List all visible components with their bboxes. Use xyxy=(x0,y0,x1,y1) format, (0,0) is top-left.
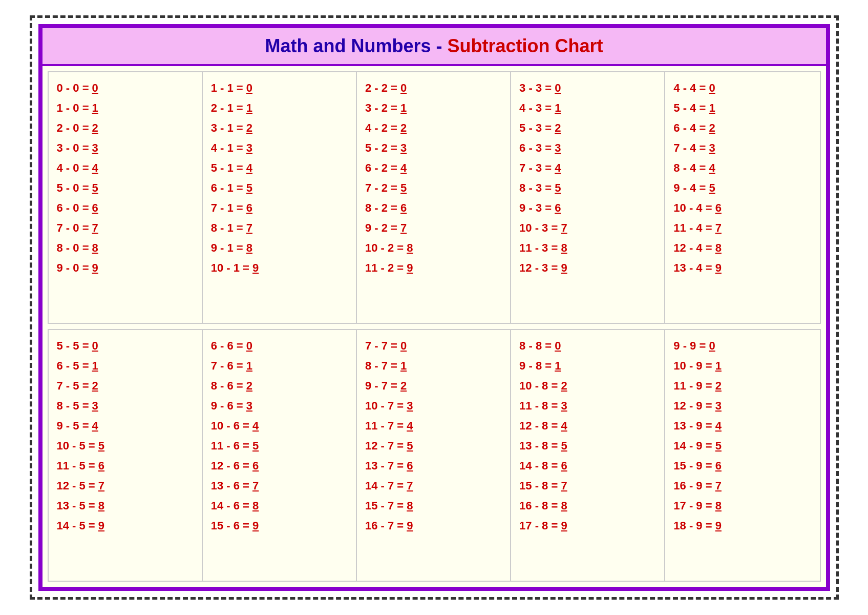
equation-0-3-3: 6 - 3 = 3 xyxy=(519,139,656,156)
answer-0-2-9: 9 xyxy=(407,261,413,274)
equation-1-3-4: 12 - 8 = 4 xyxy=(519,417,656,434)
equation-0-1-5: 6 - 1 = 5 xyxy=(211,179,348,196)
answer-0-0-5: 5 xyxy=(92,181,98,194)
equation-0-2-4: 6 - 2 = 4 xyxy=(365,159,502,176)
answer-0-4-0: 0 xyxy=(709,81,715,94)
answer-0-2-2: 2 xyxy=(400,121,407,134)
answer-0-4-7: 7 xyxy=(715,221,722,234)
answer-0-4-4: 4 xyxy=(709,161,715,174)
equation-0-2-7: 9 - 2 = 7 xyxy=(365,219,502,236)
cell-1-0: 5 - 5 = 06 - 5 = 17 - 5 = 28 - 5 = 39 - … xyxy=(49,330,203,581)
equation-0-3-2: 5 - 3 = 2 xyxy=(519,119,656,136)
answer-1-0-4: 4 xyxy=(92,419,98,432)
equation-0-0-4: 4 - 0 = 4 xyxy=(57,159,194,176)
equation-0-0-2: 2 - 0 = 2 xyxy=(57,119,194,136)
equation-0-4-3: 7 - 4 = 3 xyxy=(673,139,811,156)
equation-1-0-4: 9 - 5 = 4 xyxy=(57,417,194,434)
equation-1-1-7: 13 - 6 = 7 xyxy=(211,477,348,494)
equation-1-0-9: 14 - 5 = 9 xyxy=(57,517,194,534)
answer-1-3-7: 7 xyxy=(561,479,567,492)
equation-1-4-2: 11 - 9 = 2 xyxy=(673,377,811,394)
answer-1-4-0: 0 xyxy=(709,339,715,352)
answer-0-1-4: 4 xyxy=(246,161,252,174)
answer-0-0-9: 9 xyxy=(92,261,98,274)
answer-0-2-1: 1 xyxy=(400,101,407,114)
answer-1-0-5: 5 xyxy=(98,439,104,452)
equation-1-4-7: 16 - 9 = 7 xyxy=(673,477,811,494)
answer-0-3-0: 0 xyxy=(555,81,561,94)
equation-1-2-6: 13 - 7 = 6 xyxy=(365,457,502,474)
header-prefix: Math and Numbers - xyxy=(265,35,447,56)
answer-0-2-3: 3 xyxy=(400,141,407,154)
equation-0-0-3: 3 - 0 = 3 xyxy=(57,139,194,156)
answer-1-2-7: 7 xyxy=(407,479,413,492)
answer-1-1-8: 8 xyxy=(252,499,259,512)
equation-1-1-8: 14 - 6 = 8 xyxy=(211,497,348,514)
equation-1-4-8: 17 - 9 = 8 xyxy=(673,497,811,514)
equation-0-4-6: 10 - 4 = 6 xyxy=(673,199,811,216)
answer-1-4-6: 6 xyxy=(715,459,722,472)
answer-0-2-7: 7 xyxy=(400,221,407,234)
equation-0-3-1: 4 - 3 = 1 xyxy=(519,99,656,116)
cell-1-4: 9 - 9 = 010 - 9 = 111 - 9 = 212 - 9 = 31… xyxy=(665,330,819,581)
equation-0-0-8: 8 - 0 = 8 xyxy=(57,239,194,256)
answer-1-1-6: 6 xyxy=(252,459,259,472)
cell-0-3: 3 - 3 = 04 - 3 = 15 - 3 = 26 - 3 = 37 - … xyxy=(511,72,665,323)
equation-1-0-0: 5 - 5 = 0 xyxy=(57,337,194,354)
answer-1-2-6: 6 xyxy=(407,459,413,472)
answer-1-4-9: 9 xyxy=(715,519,722,532)
equation-0-4-2: 6 - 4 = 2 xyxy=(673,119,811,136)
equation-0-2-1: 3 - 2 = 1 xyxy=(365,99,502,116)
answer-1-4-1: 1 xyxy=(715,359,722,372)
answer-1-1-1: 1 xyxy=(246,359,252,372)
answer-1-3-8: 8 xyxy=(561,499,567,512)
answer-1-1-5: 5 xyxy=(252,439,259,452)
answer-1-0-8: 8 xyxy=(98,499,104,512)
answer-1-2-4: 4 xyxy=(407,419,413,432)
answer-0-4-3: 3 xyxy=(709,141,715,154)
equation-1-4-3: 12 - 9 = 3 xyxy=(673,397,811,414)
answer-0-3-8: 8 xyxy=(561,241,567,254)
equation-1-1-4: 10 - 6 = 4 xyxy=(211,417,348,434)
answer-0-4-1: 1 xyxy=(709,101,715,114)
equation-1-3-8: 16 - 8 = 8 xyxy=(519,497,656,514)
equation-1-3-5: 13 - 8 = 5 xyxy=(519,437,656,454)
answer-1-3-1: 1 xyxy=(555,359,561,372)
equation-1-1-6: 12 - 6 = 6 xyxy=(211,457,348,474)
answer-1-3-2: 2 xyxy=(561,379,567,392)
answer-1-4-7: 7 xyxy=(715,479,722,492)
answer-0-0-4: 4 xyxy=(92,161,98,174)
equation-0-4-8: 12 - 4 = 8 xyxy=(673,239,811,256)
answer-1-1-7: 7 xyxy=(252,479,259,492)
answer-0-0-7: 7 xyxy=(92,221,98,234)
equation-1-3-9: 17 - 8 = 9 xyxy=(519,517,656,534)
answer-0-4-5: 5 xyxy=(709,181,715,194)
cell-0-1: 1 - 1 = 02 - 1 = 13 - 1 = 24 - 1 = 35 - … xyxy=(203,72,357,323)
answer-1-0-6: 6 xyxy=(98,459,104,472)
answer-0-1-1: 1 xyxy=(246,101,252,114)
equation-0-2-3: 5 - 2 = 3 xyxy=(365,139,502,156)
answer-0-3-1: 1 xyxy=(555,101,561,114)
answer-1-2-5: 5 xyxy=(407,439,413,452)
cell-0-2: 2 - 2 = 03 - 2 = 14 - 2 = 25 - 2 = 36 - … xyxy=(357,72,511,323)
answer-1-2-0: 0 xyxy=(400,339,407,352)
answer-1-4-8: 8 xyxy=(715,499,722,512)
equation-0-4-4: 8 - 4 = 4 xyxy=(673,159,811,176)
answer-1-2-9: 9 xyxy=(407,519,413,532)
cell-1-2: 7 - 7 = 08 - 7 = 19 - 7 = 210 - 7 = 311 … xyxy=(357,330,511,581)
cell-1-3: 8 - 8 = 09 - 8 = 110 - 8 = 211 - 8 = 312… xyxy=(511,330,665,581)
answer-0-0-8: 8 xyxy=(92,241,98,254)
equation-0-2-6: 8 - 2 = 6 xyxy=(365,199,502,216)
equation-0-1-4: 5 - 1 = 4 xyxy=(211,159,348,176)
answer-0-0-1: 1 xyxy=(92,101,98,114)
equation-0-1-7: 8 - 1 = 7 xyxy=(211,219,348,236)
equation-1-2-0: 7 - 7 = 0 xyxy=(365,337,502,354)
equation-0-3-4: 7 - 3 = 4 xyxy=(519,159,656,176)
equation-1-2-1: 8 - 7 = 1 xyxy=(365,357,502,374)
answer-1-4-5: 5 xyxy=(715,439,722,452)
answer-0-3-5: 5 xyxy=(555,181,561,194)
answer-1-3-3: 3 xyxy=(561,399,567,412)
answer-0-4-8: 8 xyxy=(715,241,722,254)
equation-0-1-8: 9 - 1 = 8 xyxy=(211,239,348,256)
equation-1-1-9: 15 - 6 = 9 xyxy=(211,517,348,534)
